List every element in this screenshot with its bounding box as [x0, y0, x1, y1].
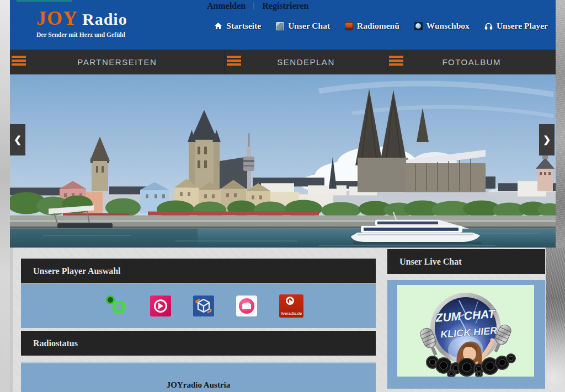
nav-label: Unsere Player — [497, 21, 548, 31]
live-chat-header: Unser Live Chat — [387, 249, 545, 274]
hero-slider: ❮ ❯ — [10, 74, 556, 248]
nav-label: Radiomenü — [357, 21, 399, 31]
station-panel: JOYradio Austria — [21, 362, 376, 392]
chat-banner-image: ZUM CHAT KLICK HIER — [397, 285, 534, 377]
carousel-next-button[interactable]: ❯ — [539, 124, 555, 155]
page-background-left — [0, 0, 10, 392]
live-chat-panel: ZUM CHAT KLICK HIER — [387, 280, 545, 389]
chevron-right-icon: ❯ — [543, 134, 551, 146]
site-logo[interactable]: JOYRadio Der Sender mit Herz und Gefühl — [36, 7, 127, 38]
nav-item-startseite[interactable]: Startseite — [214, 21, 261, 31]
menu-item-partnerseiten[interactable]: PARTNERSEITEN — [10, 50, 225, 74]
headphones-icon — [484, 22, 493, 30]
topbar-divider — [253, 3, 254, 9]
site-header: JOYRadio Der Sender mit Herz und Gefühl … — [10, 0, 556, 50]
main-navigation: Startseite Unser Chat Radiomenü Wunschbo… — [214, 21, 548, 31]
menu-label: PARTNERSEITEN — [77, 57, 157, 67]
chat-banner-link[interactable]: ZUM CHAT KLICK HIER — [397, 285, 534, 377]
players-section-header: Unsere Player Auswahl — [21, 259, 376, 283]
page-background-right — [555, 0, 565, 254]
register-link[interactable]: Registrieren — [262, 1, 308, 11]
content-area: Unsere Player Auswahl — [13, 248, 546, 392]
page-wrapper: JOYRadio Der Sender mit Herz und Gefühl … — [10, 0, 556, 392]
hero-image-cologne — [10, 74, 556, 248]
carousel-prev-button[interactable]: ❮ — [10, 124, 25, 155]
home-icon — [214, 22, 222, 30]
hamburger-icon[interactable] — [389, 56, 403, 67]
menu-label: FOTOALBUM — [442, 57, 501, 67]
nav-item-unser-chat[interactable]: Unser Chat — [276, 21, 330, 31]
players-panel: liveradio.de — [21, 284, 376, 328]
chat-photo-icon — [276, 22, 284, 30]
hamburger-icon[interactable] — [227, 56, 241, 67]
menu-item-sendeplan[interactable]: SENDEPLAN — [225, 50, 387, 74]
wishbox-globe-icon — [414, 22, 423, 30]
nav-label: Startseite — [226, 21, 261, 31]
radiostatus-section-header: Radiostatus — [21, 331, 376, 356]
laut-fm-player-icon[interactable] — [105, 296, 128, 316]
account-links: Anmelden Registrieren — [207, 1, 308, 11]
nav-item-unsere-player[interactable]: Unsere Player — [484, 21, 548, 31]
pink-play-player-icon[interactable] — [150, 296, 171, 316]
logo-tagline: Der Sender mit Herz und Gefühl — [36, 31, 127, 38]
secondary-menu-bar: PARTNERSEITEN SENDEPLAN FOTOALBUM — [10, 50, 556, 74]
station-name: JOYradio Austria — [21, 380, 376, 390]
login-link[interactable]: Anmelden — [207, 1, 246, 11]
menu-item-fotoalbum[interactable]: FOTOALBUM — [387, 50, 556, 74]
nav-item-wunschbox[interactable]: Wunschbox — [414, 21, 470, 31]
liveradio-player-icon[interactable]: liveradio.de — [279, 294, 303, 318]
nav-label: Wunschbox — [427, 21, 470, 31]
hamburger-icon[interactable] — [12, 56, 26, 67]
radio-icon — [345, 22, 353, 30]
logo-accent-text: JOY — [36, 7, 78, 29]
header-accent-line — [17, 0, 72, 2]
radio-de-player-icon[interactable] — [236, 296, 257, 316]
nav-item-radiomenu[interactable]: Radiomenü — [345, 21, 399, 31]
menu-label: SENDEPLAN — [277, 57, 334, 67]
cube-player-icon[interactable] — [193, 296, 214, 316]
liveradio-label: liveradio.de — [279, 311, 303, 316]
nav-label: Unser Chat — [288, 21, 330, 31]
chevron-left-icon: ❮ — [14, 134, 22, 146]
logo-rest-text: Radio — [82, 10, 127, 28]
